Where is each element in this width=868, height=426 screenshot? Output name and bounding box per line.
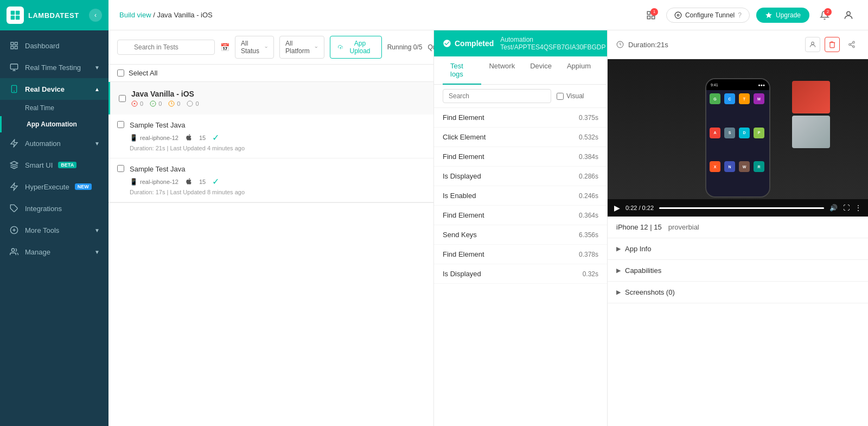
tunnel-icon: [674, 11, 682, 19]
sidebar-item-more-tools[interactable]: More Tools ▼: [0, 219, 108, 241]
accordion-header-app-info[interactable]: ▶ App Info: [608, 238, 868, 259]
sidebar-collapse-button[interactable]: ‹: [89, 9, 102, 22]
gray-element: [792, 116, 830, 148]
log-row: Find Element 0.364s: [434, 206, 607, 225]
test-checkbox-2[interactable]: [117, 165, 124, 172]
stat-pending: 0: [168, 100, 180, 107]
logs-search-input[interactable]: [443, 89, 551, 103]
sidebar-item-manage[interactable]: Manage ▼: [0, 241, 108, 263]
svg-point-35: [812, 42, 814, 44]
upgrade-button[interactable]: Upgrade: [756, 8, 809, 23]
smart-ui-badge: BETA: [58, 162, 76, 168]
sidebar-item-smart-ui[interactable]: Smart UI BETA: [0, 154, 108, 176]
sidebar-item-automation[interactable]: Automation ▼: [0, 132, 108, 154]
chevron-right-icon-app-info: ▶: [616, 245, 621, 252]
log-command: Send Keys: [443, 231, 566, 239]
svg-rect-0: [11, 11, 15, 15]
tab-test-logs[interactable]: Test logs: [443, 56, 481, 85]
sidebar-item-dashboard[interactable]: Dashboard: [0, 35, 108, 56]
check-icon-2: ✓: [212, 176, 219, 187]
logs-search-bar: Visual: [434, 85, 607, 108]
app-icon-cell: P: [754, 128, 764, 138]
breadcrumb-link[interactable]: Build view: [119, 11, 151, 19]
tab-network[interactable]: Network: [481, 56, 522, 85]
svg-rect-2: [11, 16, 15, 20]
sidebar-item-real-device[interactable]: Real Device ▲: [0, 78, 108, 100]
log-duration: 0.246s: [566, 192, 598, 200]
circle-icon: [187, 100, 193, 107]
tab-device[interactable]: Device: [522, 56, 559, 85]
phone-status-bar: 9:41 ●●●: [706, 79, 769, 90]
all-platform-dropdown[interactable]: All Platform: [279, 36, 324, 59]
configure-tunnel-button[interactable]: Configure Tunnel ?: [666, 8, 750, 23]
user-avatar-btn[interactable]: [840, 7, 857, 24]
delete-action-icon[interactable]: [825, 37, 840, 52]
time-display: 0:22 / 0:22: [626, 205, 654, 211]
log-row: Is Displayed 0.286s: [434, 167, 607, 186]
tab-appium[interactable]: Appium: [559, 56, 598, 85]
accordion-header-capabilities[interactable]: ▶ Capabilities: [608, 260, 868, 281]
duration-actions: [805, 37, 859, 52]
apple-icon-1: [185, 133, 193, 142]
middle-panel: Completed Automation Test/APPTES4QSFB7GI…: [434, 30, 608, 426]
visual-label: Visual: [566, 92, 584, 100]
share-icon-btn[interactable]: [844, 37, 859, 52]
log-duration: 0.384s: [566, 153, 598, 161]
list-item[interactable]: Sample Test Java 📱 real-iphone-12: [108, 115, 433, 158]
test-checkbox-1[interactable]: [117, 121, 124, 128]
user-action-icon[interactable]: [805, 37, 820, 52]
apple-brand-icon-2: [185, 177, 193, 185]
list-item[interactable]: Sample Test Java 📱 real-iphone-12: [108, 158, 433, 202]
sidebar-item-label-real-device: Real Device: [25, 85, 65, 93]
app-upload-button[interactable]: App Upload: [330, 36, 382, 59]
upgrade-icon: [765, 11, 773, 19]
tab-test-logs-label: Test logs: [450, 62, 463, 78]
phone-icon-2: 📱: [130, 178, 138, 186]
check-icon-1: ✓: [212, 132, 219, 143]
sidebar-header: LAMBDATEST ‹: [0, 0, 108, 30]
play-button[interactable]: ▶: [614, 204, 620, 212]
select-all-checkbox[interactable]: [117, 69, 124, 77]
more-icon[interactable]: ⋮: [855, 204, 861, 212]
completed-label: Completed: [455, 39, 494, 48]
accordion-header-screenshots[interactable]: ▶ Screenshots (0): [608, 282, 868, 303]
app-icon-cell: N: [724, 161, 735, 172]
video-placeholder: 9:41 ●●● GCTMASDPXNWR: [608, 59, 868, 217]
stat-pass: 0: [150, 100, 162, 107]
app-icon-cell: C: [724, 93, 735, 104]
search-input[interactable]: [117, 40, 215, 55]
calendar-icon[interactable]: 📅: [220, 43, 229, 52]
sidebar-subitem-real-time[interactable]: Real Time: [0, 100, 108, 116]
test-group-info: Java Vanilla - iOS 0 0: [131, 90, 199, 107]
test-item-meta-1: 📱 real-iphone-12 15 ✓: [130, 132, 245, 143]
chevron-right-icon-capabilities: ▶: [616, 267, 621, 274]
apple-icon-2: [185, 177, 193, 186]
device-name-1: real-iphone-12: [140, 135, 178, 141]
bell-icon-btn[interactable]: 2: [816, 7, 833, 24]
sidebar-item-integrations[interactable]: Integrations: [0, 198, 108, 219]
grid-view-icon-btn[interactable]: 1: [642, 7, 660, 24]
progress-bar[interactable]: [659, 207, 824, 209]
svg-point-38: [853, 46, 855, 48]
all-status-dropdown[interactable]: All Status: [235, 36, 274, 59]
svg-marker-14: [10, 161, 17, 165]
stat-skip: 0: [187, 100, 199, 107]
volume-icon[interactable]: 🔊: [829, 204, 838, 212]
left-panel: 🔍 📅 All Status All Platform App Uploa: [108, 30, 434, 426]
accordion-item-app-info: ▶ App Info: [608, 238, 868, 260]
visual-checkbox[interactable]: Visual: [557, 92, 584, 100]
svg-rect-7: [15, 46, 17, 49]
visual-checkbox-input[interactable]: [557, 93, 564, 100]
sidebar-item-hyperexecute[interactable]: HyperExecute NEW: [0, 176, 108, 198]
group-checkbox[interactable]: [119, 95, 126, 102]
smartphone-icon: [9, 84, 20, 94]
phone-icon-1: 📱: [130, 134, 138, 142]
lightning-icon: [9, 181, 20, 192]
sidebar-subitem-app-automation[interactable]: App Automation: [0, 116, 108, 132]
zap-icon: [9, 138, 20, 149]
log-command: Click Element: [443, 133, 566, 141]
fullscreen-icon[interactable]: ⛶: [843, 204, 850, 212]
accordion-title-app-info: App Info: [625, 245, 651, 253]
sidebar-item-real-time-testing[interactable]: Real Time Testing ▼: [0, 56, 108, 78]
svg-rect-4: [11, 42, 14, 45]
